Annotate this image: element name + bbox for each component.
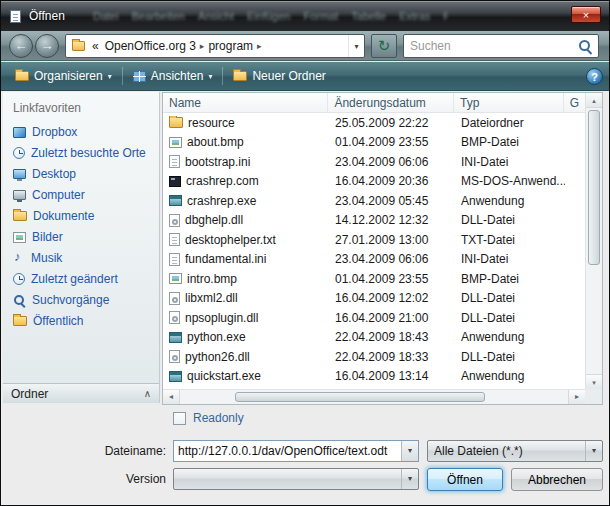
filename-input[interactable] bbox=[174, 441, 401, 461]
sidebar-item[interactable]: Öffentlich bbox=[3, 311, 159, 332]
file-row[interactable]: crashrep.exe23.04.2009 05:45Anwendung bbox=[163, 191, 585, 211]
file-row[interactable]: desktophelper.txt27.01.2009 13:00TXT-Dat… bbox=[163, 230, 585, 250]
search-icon[interactable] bbox=[577, 38, 593, 54]
file-date: 27.01.2009 13:00 bbox=[329, 233, 455, 247]
vertical-scrollbar[interactable]: ▴ ▾ bbox=[585, 93, 602, 389]
version-select[interactable]: ▾ bbox=[173, 468, 419, 490]
sidebar-item-label: Dokumente bbox=[33, 209, 94, 223]
folders-expander[interactable]: Ordner ∧ bbox=[3, 383, 159, 403]
open-button[interactable]: Öffnen bbox=[427, 468, 503, 491]
version-label: Version bbox=[56, 472, 166, 486]
search-input[interactable] bbox=[404, 39, 577, 53]
readonly-checkbox[interactable] bbox=[173, 412, 186, 425]
file-name-cell: bootstrap.ini bbox=[163, 155, 329, 169]
file-row[interactable]: bootstrap.ini23.04.2009 06:06INI-Datei bbox=[163, 152, 585, 172]
background-menu: DateiBearbeitenAnsichtEinfügenFormatTabe… bbox=[93, 10, 448, 22]
address-dropdown-button[interactable]: ▾ bbox=[348, 35, 364, 57]
forward-button[interactable]: → bbox=[35, 34, 59, 58]
ini-file-icon bbox=[169, 253, 180, 266]
file-row[interactable]: about.bmp01.04.2009 23:55BMP-Datei bbox=[163, 133, 585, 153]
chevron-right-icon[interactable]: ▸ bbox=[256, 41, 263, 51]
chevron-up-icon: ∧ bbox=[144, 388, 151, 399]
toolbar-button-label: Ansichten bbox=[151, 69, 204, 83]
scroll-up-icon[interactable]: ▴ bbox=[586, 93, 602, 108]
sidebar-item[interactable]: Zuletzt besuchte Orte bbox=[3, 143, 159, 164]
column-header-date[interactable]: Änderungsdatum bbox=[328, 93, 454, 112]
sidebar-item[interactable]: Musik bbox=[3, 248, 159, 269]
clock-icon bbox=[13, 273, 25, 285]
sidebar-item-label: Musik bbox=[31, 251, 62, 265]
filetype-select[interactable]: Alle Dateien (*.*) ▾ bbox=[427, 440, 603, 462]
titlebar[interactable]: Öffnen DateiBearbeitenAnsichtEinfügenFor… bbox=[1, 1, 609, 31]
background-menu-item: Bearbeiten bbox=[132, 10, 185, 22]
breadcrumb-overflow[interactable]: « bbox=[89, 39, 102, 53]
horizontal-scroll-thumb[interactable] bbox=[235, 392, 485, 402]
scroll-left-icon[interactable]: ◂ bbox=[163, 390, 180, 404]
scroll-right-icon[interactable]: ▸ bbox=[568, 390, 585, 404]
file-name-cell: about.bmp bbox=[163, 135, 329, 149]
background-menu-item: Format bbox=[303, 10, 338, 22]
clock-icon bbox=[13, 147, 25, 159]
file-row[interactable]: dbghelp.dll14.12.2002 12:32DLL-Datei bbox=[163, 211, 585, 231]
readonly-label: Readonly bbox=[193, 411, 244, 425]
file-row[interactable]: python.exe22.04.2009 18:43Anwendung bbox=[163, 328, 585, 348]
file-name-cell: desktophelper.txt bbox=[163, 233, 329, 247]
file-list-header: Name Änderungsdatum Typ G bbox=[163, 93, 585, 113]
dll-file-icon bbox=[169, 350, 180, 363]
file-row[interactable]: quickstart.exe16.04.2009 13:14Anwendung bbox=[163, 367, 585, 387]
file-type: DLL-Datei bbox=[455, 291, 565, 305]
cancel-button[interactable]: Abbrechen bbox=[511, 468, 603, 491]
file-name-cell: quickstart.exe bbox=[163, 369, 329, 383]
sidebar-item-label: Öffentlich bbox=[33, 314, 83, 328]
background-menu-item: Tabelle bbox=[351, 10, 386, 22]
image-file-icon bbox=[169, 273, 182, 284]
file-row[interactable]: intro.bmp01.04.2009 23:55BMP-Datei bbox=[163, 269, 585, 289]
sidebar-item[interactable]: Suchvorgänge bbox=[3, 290, 159, 311]
sidebar-item[interactable]: Desktop bbox=[3, 164, 159, 185]
sidebar-item-label: Bilder bbox=[32, 230, 63, 244]
help-icon[interactable]: ? bbox=[586, 68, 603, 85]
background-menu-item: Einfügen bbox=[247, 10, 290, 22]
file-row[interactable]: libxml2.dll16.04.2009 12:02DLL-Datei bbox=[163, 289, 585, 309]
file-name-cell: python26.dll bbox=[163, 350, 329, 364]
file-row[interactable]: fundamental.ini23.04.2009 06:06INI-Datei bbox=[163, 250, 585, 270]
file-name: npsoplugin.dll bbox=[185, 311, 258, 325]
back-button[interactable]: ← bbox=[9, 34, 33, 58]
sidebar-item[interactable]: Bilder bbox=[3, 227, 159, 248]
file-name: bootstrap.ini bbox=[185, 155, 250, 169]
breadcrumb-item-program[interactable]: program bbox=[205, 39, 256, 53]
dos-file-icon bbox=[169, 176, 181, 187]
open-file-dialog: Öffnen DateiBearbeitenAnsichtEinfügenFor… bbox=[0, 0, 610, 506]
music-icon bbox=[13, 252, 25, 264]
file-row[interactable]: npsoplugin.dll16.04.2009 21:00DLL-Datei bbox=[163, 308, 585, 328]
toolbar-button[interactable]: Neuer Ordner bbox=[225, 66, 333, 86]
close-button[interactable]: × bbox=[571, 6, 601, 23]
filename-dropdown-icon[interactable]: ▾ bbox=[401, 441, 418, 461]
toolbar-button[interactable]: Organisieren▾ bbox=[7, 66, 120, 86]
views-icon bbox=[133, 71, 146, 82]
file-date: 23.04.2009 06:06 bbox=[329, 155, 455, 169]
breadcrumb-item-openoffice[interactable]: OpenOffice.org 3 bbox=[102, 39, 199, 53]
column-header-size[interactable]: G bbox=[564, 93, 585, 112]
file-row[interactable]: crashrep.com16.04.2009 20:36MS-DOS-Anwen… bbox=[163, 172, 585, 192]
breadcrumb[interactable]: « OpenOffice.org 3 ▸ program ▸ ▾ bbox=[65, 34, 365, 58]
file-date: 22.04.2009 18:33 bbox=[329, 350, 455, 364]
file-row[interactable]: python26.dll22.04.2009 18:33DLL-Datei bbox=[163, 347, 585, 367]
background-menu-item: Ansicht bbox=[198, 10, 234, 22]
sidebar-item[interactable]: Dropbox bbox=[3, 122, 159, 143]
toolbar-button[interactable]: Ansichten▾ bbox=[125, 66, 221, 86]
vertical-scroll-thumb[interactable] bbox=[588, 110, 600, 265]
horizontal-scrollbar[interactable]: ◂ ▸ bbox=[163, 389, 585, 404]
window-title: Öffnen bbox=[29, 9, 65, 23]
file-date: 01.04.2009 23:55 bbox=[329, 272, 455, 286]
scroll-down-icon[interactable]: ▾ bbox=[586, 374, 602, 389]
column-header-name[interactable]: Name bbox=[163, 93, 328, 112]
filetype-dropdown-icon: ▾ bbox=[585, 441, 602, 461]
file-row[interactable]: resource25.05.2009 22:22Dateiordner bbox=[163, 113, 585, 133]
sidebar-item[interactable]: Dokumente bbox=[3, 206, 159, 227]
refresh-button[interactable]: ↻ bbox=[371, 34, 397, 58]
sidebar-item[interactable]: Zuletzt geändert bbox=[3, 269, 159, 290]
column-header-type[interactable]: Typ bbox=[454, 93, 564, 112]
image-file-icon bbox=[169, 137, 182, 148]
sidebar-item[interactable]: Computer bbox=[3, 185, 159, 206]
